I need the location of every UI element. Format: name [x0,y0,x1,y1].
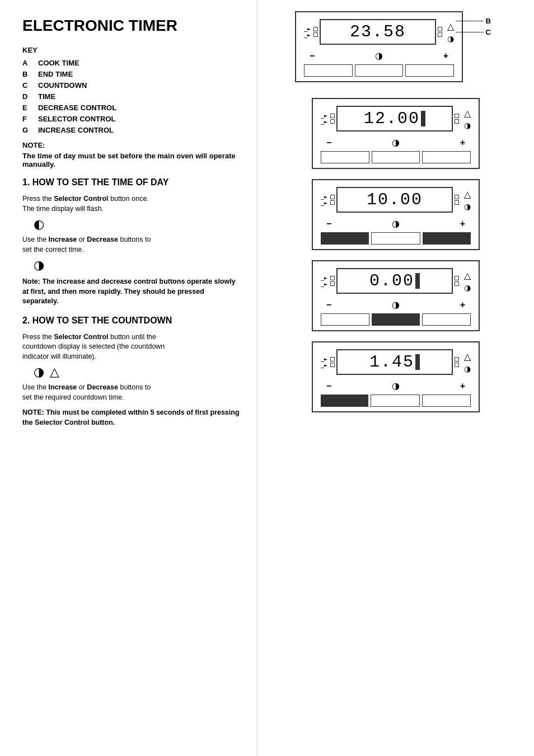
btn1-2[interactable] [355,64,404,77]
controls-3: − ◑ + [321,215,471,232]
bell-icon-5: △ [464,351,471,362]
btn1-1[interactable] [304,64,353,77]
top-row-3: ⎯► ⎯► 10.00 △ ◑ [321,187,471,213]
btn4-3[interactable] [422,313,471,326]
btn2-2[interactable] [372,151,420,163]
icons-right-2: △ ◑ [464,108,471,130]
btn1-3[interactable] [405,64,454,77]
display-text-3: 10.00 [367,190,423,209]
clock-selector-icon: ◑ [34,366,44,378]
clock-ctrl-4[interactable]: ◑ [392,299,400,310]
btn3-2[interactable] [371,232,420,245]
sq2-3 [330,200,335,205]
minus-btn-5[interactable]: − [326,381,331,391]
label-b: B [456,17,491,25]
label-c: C [456,28,491,36]
display-5: 1.45 [336,349,453,375]
clock-ctrl-3[interactable]: ◑ [392,218,400,229]
sq2-4 [330,281,335,286]
btn4-1[interactable] [321,313,369,326]
clock-icon-diag4: ◑ [464,283,471,292]
controls-1: − ◑ + [304,47,454,64]
cursor-2 [421,111,425,126]
btn2-3[interactable] [422,151,471,163]
controls-5: − ◑ + [321,377,471,395]
sq1-2 [330,114,335,118]
sq3-2 [455,114,459,118]
sq1 [313,27,318,31]
key-letter: C [22,81,34,90]
plus-btn-3[interactable]: + [460,219,465,229]
sq1-4 [330,276,335,280]
plus-btn-1[interactable]: + [443,51,448,61]
note-section: NOTE: The time of day must be set before… [22,141,240,168]
plus-btn-2[interactable]: + [460,138,465,148]
key-item-b: BEND TIME [22,70,240,78]
timer-diagram-3: ⎯► ⎯► 10.00 △ ◑ − ◑ + [312,179,480,250]
minus-btn-3[interactable]: − [326,219,331,229]
step1-icon1: ◐ [34,218,240,231]
plus-btn-5[interactable]: + [460,381,465,391]
bell-icon-1: △ [447,21,454,32]
plus-btn-4[interactable]: + [460,300,465,310]
top-row-1: ⎯► ⎯► 23.58 △ ◑ [304,19,454,45]
display-2: 12.00 [336,106,453,132]
step2-note: NOTE: This must be completed within 5 se… [22,408,240,428]
btn5-2[interactable] [371,395,419,407]
key-item-e: EDECREASE CONTROL [22,104,240,112]
sq4-5 [455,363,459,367]
icons-right-3: △ ◑ [464,189,471,211]
display-text-4: 0.00 [369,271,414,290]
btn3-3[interactable] [423,232,471,245]
arrows-1: ⎯► ⎯► [304,26,311,38]
section1-heading: 1. HOW TO SET THE TIME OF DAY [22,177,240,187]
step1-note: Note: The increase and decrease control … [22,277,240,307]
note-title: NOTE: [22,141,240,149]
minus-btn-2[interactable]: − [326,138,331,148]
clock-icon-diag3: ◑ [464,202,471,211]
label-c-text: C [486,28,491,36]
minus-btn-4[interactable]: − [326,300,331,310]
bell-icon-4: △ [464,270,471,281]
step2-block: Press the Selector Control button until … [22,332,240,403]
note-body: The time of day must be set before the m… [22,152,240,168]
timer-diagram-4: ⎯► ⎯► 0.00 △ ◑ − ◑ + [312,260,480,331]
timer-diagram-5: ⎯► ⎯► 1.45 △ ◑ − ◑ + [312,341,480,412]
display-3: 10.00 [336,187,453,213]
btn3-1[interactable] [321,232,369,245]
key-label: TIME [38,92,55,101]
clock-icon-diag2: ◑ [464,121,471,130]
key-letter: F [22,115,34,123]
btn2-1[interactable] [321,151,369,163]
clock-ctrl-1[interactable]: ◑ [375,50,383,61]
sq4 [438,32,442,37]
key-item-a: ACOOK TIME [22,59,240,67]
key-letter: G [22,126,34,134]
arrows-5: ⎯► ⎯► [321,356,327,368]
key-item-c: CCOUNTDOWN [22,81,240,90]
step2-icon1: ◑ △ [34,366,240,378]
sq4-2 [455,119,459,124]
button-row-4 [321,313,471,326]
btn5-1[interactable] [321,395,368,407]
key-letter: E [22,104,34,112]
clock-ctrl-2[interactable]: ◑ [392,137,400,148]
key-letter: B [22,70,34,78]
btn4-2[interactable] [372,313,419,326]
key-label: COUNTDOWN [38,81,87,90]
sq3-3 [455,195,459,199]
controls-4: − ◑ + [321,296,471,313]
clock-icon-diag5: ◑ [464,364,471,373]
timer-diagram-2: ⎯► ⎯► 12.00 △ ◑ − ◑ + [312,98,480,169]
btn5-3[interactable] [422,395,471,407]
clock-icon-1: ◐ [34,218,44,231]
minus-btn-1[interactable]: − [310,51,315,61]
step1-icon2: ◑ [34,259,240,271]
sq4-3 [455,200,459,205]
bell-icon-2: △ [464,108,471,119]
display-1: 23.58 [320,19,436,45]
sq2-2 [330,119,335,124]
clock-ctrl-5[interactable]: ◑ [392,381,400,391]
key-item-g: GINCREASE CONTROL [22,126,240,134]
diagram-1-wrapper: ⎯► ⎯► 23.58 △ ◑ [295,11,496,82]
